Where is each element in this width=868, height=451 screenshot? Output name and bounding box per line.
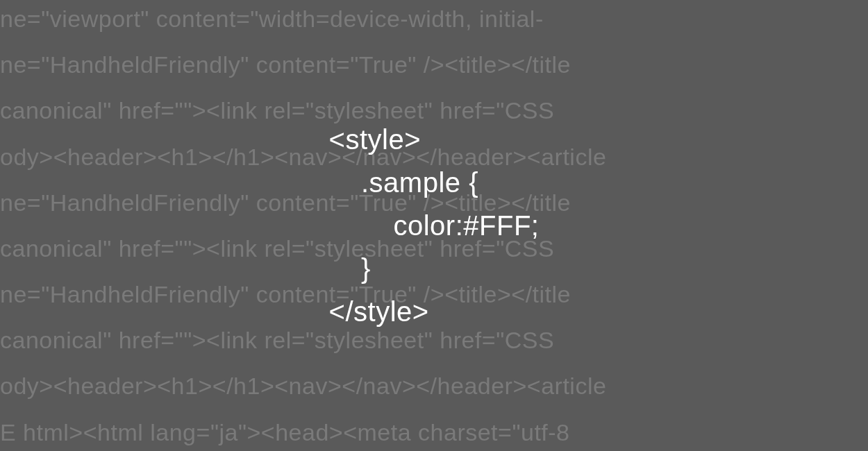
bg-code-line: ody><header><h1></h1><nav></nav></header… [0, 367, 868, 405]
code-line-close-brace: } [329, 247, 540, 290]
code-line-style-close: </style> [329, 290, 540, 333]
bg-code-line: ne="HandheldFriendly" content="True" /><… [0, 46, 868, 83]
bg-code-line: E html><html lang="ja"><head><meta chars… [0, 414, 868, 451]
code-line-property: color:#FFF; [329, 204, 540, 247]
code-line-style-open: <style> [329, 118, 540, 161]
code-line-selector: .sample { [329, 161, 540, 204]
bg-code-line: ne="viewport" content="width=device-widt… [0, 0, 868, 37]
foreground-css-snippet: <style> .sample { color:#FFF; } </style> [329, 118, 540, 333]
